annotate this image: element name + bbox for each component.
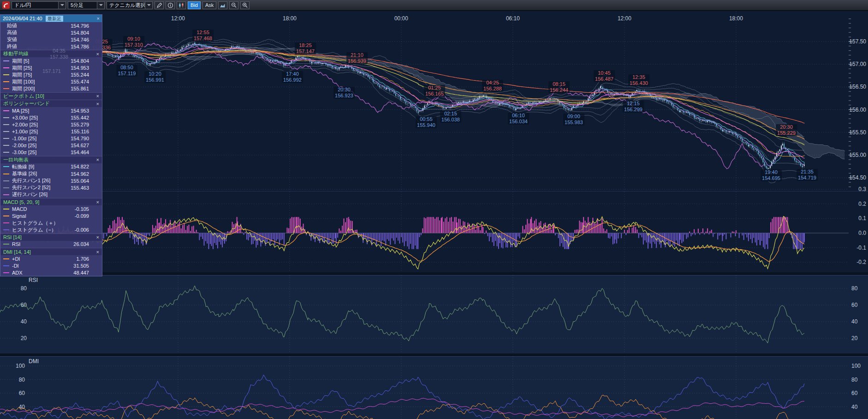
indicator-section-header: DMI [14, 14]× — [0, 248, 102, 255]
chevron-down-icon — [97, 2, 104, 9]
indicator-section-header: 一目均衡表× — [0, 156, 102, 163]
indicator-value: 155.064 — [71, 178, 99, 184]
indicator-row: -3.00σ [25]154.464 — [0, 149, 102, 156]
indicator-section-title: MACD [5, 20, 9] — [3, 199, 39, 205]
macd-axis-label: -0.1 — [856, 245, 866, 251]
dmi-panel-title: DMI — [29, 358, 39, 365]
color-swatch — [3, 174, 9, 174]
zoom-out-button[interactable] — [229, 1, 238, 9]
price-axis-label: 155.00 — [849, 152, 866, 158]
color-swatch — [3, 180, 9, 181]
color-swatch — [3, 194, 9, 195]
macd-axis-label: 0.1 — [858, 215, 866, 221]
rsi-panel-title: RSI — [29, 277, 38, 283]
latest-bar-header: 2024/06/04 21:40最新足× — [0, 15, 102, 22]
macd-axis-label: -0.2 — [856, 259, 866, 265]
indicator-label: 転換線 [9] — [12, 163, 34, 170]
indicator-value: 154.746 — [71, 37, 99, 42]
close-indicator-button[interactable]: × — [94, 249, 99, 255]
color-swatch — [3, 166, 9, 167]
indicator-row: ヒストグラム（＋） — [0, 220, 102, 227]
time-axis-label: 06:10 — [506, 15, 520, 22]
indicator-section-title: 移動平均線 — [3, 50, 29, 57]
indicator-value: -0.105 — [75, 206, 99, 212]
indicator-label: 遅行スパン [26] — [12, 191, 48, 198]
color-swatch — [3, 229, 9, 230]
time-axis-label: 00:00 — [394, 15, 408, 22]
macd-axis-label: 0.3 — [858, 186, 866, 192]
indicator-label: 期間 [200] — [12, 85, 35, 92]
dmi-axis-label: 80 — [851, 377, 858, 383]
dmi-axis-label: 60 — [19, 390, 25, 396]
color-swatch — [3, 60, 9, 61]
pair-select[interactable]: ドル/円 — [12, 1, 66, 9]
area-chart-icon — [220, 2, 226, 8]
close-panel-button[interactable]: × — [94, 16, 100, 21]
time-axis-label: 18:00 — [283, 15, 297, 22]
bid-button[interactable]: Bid — [188, 1, 201, 9]
chevron-down-icon — [58, 2, 65, 9]
timeframe-select[interactable]: 5分足 — [68, 1, 105, 9]
close-indicator-button[interactable]: × — [94, 234, 99, 240]
indicator-label: +3.00σ [25] — [12, 115, 38, 120]
indicator-row: -DI31.505 — [0, 262, 102, 269]
close-indicator-button[interactable]: × — [94, 199, 99, 205]
technical-select-button[interactable]: テクニカル選択 — [107, 1, 153, 9]
color-swatch — [3, 222, 9, 223]
indicator-row: -2.00σ [25]154.627 — [0, 142, 102, 149]
indicator-row: +3.00σ [25]155.442 — [0, 114, 102, 121]
indicator-row: 終値154.786 — [0, 43, 102, 50]
indicator-label: +DI — [12, 256, 20, 262]
indicator-label: 期間 [100] — [12, 78, 35, 85]
close-indicator-button[interactable]: × — [94, 93, 99, 99]
color-swatch — [3, 145, 9, 146]
dmi-panel-bg — [0, 356, 868, 419]
indicator-row: Signal-0.099 — [0, 213, 102, 220]
indicator-row: 始値154.796 — [0, 22, 102, 29]
indicator-label: 期間 [25] — [12, 65, 32, 72]
chart-canvas[interactable]: 12:0018:0000:0006:1012:0018:00157.50157.… — [0, 0, 868, 419]
info-icon — [167, 2, 173, 8]
rsi-axis-label: 80 — [21, 285, 27, 292]
time-axis-label: 12:00 — [618, 15, 631, 22]
indicator-section-header: MACD [5, 20, 9]× — [0, 198, 102, 205]
dmi-axis-label: 100 — [16, 363, 25, 369]
indicator-label: ヒストグラム（＋） — [12, 220, 59, 227]
indicator-row: 期間 [75]155.244 — [0, 72, 102, 78]
draw-tool-button[interactable] — [155, 1, 164, 9]
fx-chart-screen: { "toolbar":{"pair":"ドル/円","timeframe":"… — [0, 0, 868, 419]
dmi-axis-label: 100 — [851, 363, 861, 369]
indicator-value: 155.116 — [71, 129, 99, 134]
indicator-row: 期間 [5]154.804 — [0, 57, 102, 64]
rsi-axis-label: 20 — [21, 335, 27, 341]
indicator-row: -1.00σ [25]154.790 — [0, 135, 102, 142]
app-logo-icon — [2, 1, 10, 9]
chart-style-button[interactable] — [218, 1, 227, 9]
rsi-axis-label: 80 — [851, 285, 858, 292]
pencil-icon — [156, 2, 162, 8]
color-swatch — [3, 265, 9, 266]
zoom-in-button[interactable] — [240, 1, 250, 9]
indicator-section-header: ボリンジャーバンド× — [0, 100, 102, 107]
color-swatch — [3, 117, 9, 118]
indicator-value: -0.006 — [75, 227, 99, 233]
macd-axis-label: 0.2 — [858, 201, 866, 207]
rsi-panel-bg — [0, 275, 868, 353]
ask-button[interactable]: Ask — [202, 1, 216, 9]
indicator-value: 154.804 — [71, 58, 99, 64]
indicator-row: 期間 [100]155.474 — [0, 78, 102, 85]
color-swatch — [3, 74, 9, 75]
close-indicator-button[interactable]: × — [94, 51, 99, 57]
indicator-value: 48.447 — [73, 270, 99, 275]
info-button[interactable] — [166, 1, 175, 9]
color-swatch — [3, 258, 9, 259]
close-indicator-button[interactable]: × — [94, 101, 99, 107]
indicator-row: +2.00σ [25]155.279 — [0, 121, 102, 128]
dmi-axis-label: 40 — [851, 404, 858, 410]
indicator-label: RSI — [12, 241, 20, 247]
chart-type-button[interactable] — [177, 1, 186, 9]
indicator-value: 154.804 — [71, 30, 99, 36]
technical-label: テクニカル選択 — [107, 2, 145, 9]
indicator-row: ヒストグラム（−）-0.006 — [0, 227, 102, 233]
close-indicator-button[interactable]: × — [94, 157, 99, 162]
